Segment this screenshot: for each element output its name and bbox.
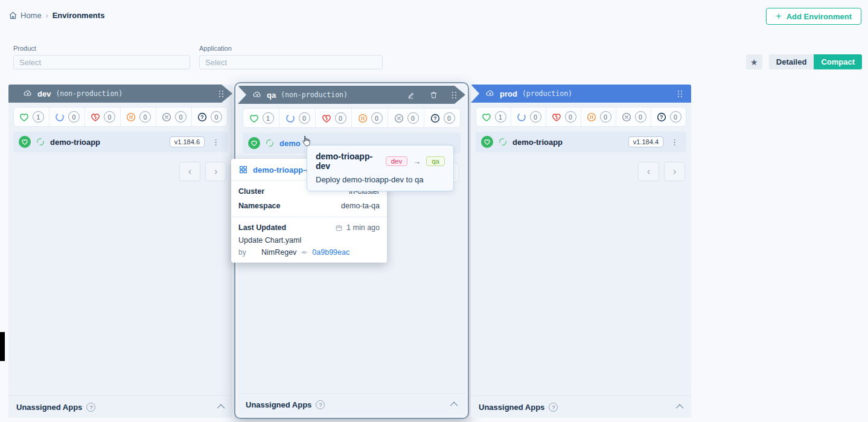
x-circle-icon bbox=[394, 113, 404, 124]
healthy-count: 1 bbox=[263, 112, 274, 124]
pause-circle-icon bbox=[357, 113, 368, 124]
app-name-link[interactable]: demo bbox=[279, 139, 301, 148]
broken-heart-icon bbox=[90, 112, 101, 123]
prod-column-header[interactable]: prod (production) bbox=[471, 85, 691, 103]
synced-status-icon bbox=[36, 137, 45, 147]
next-page-button[interactable]: › bbox=[205, 162, 226, 181]
app-link[interactable]: demo-trioapp-qa bbox=[253, 165, 315, 174]
status-unknown[interactable]: ? 0 bbox=[192, 107, 227, 126]
failed-count: 0 bbox=[635, 111, 646, 123]
collapse-chevron-icon[interactable] bbox=[217, 404, 225, 412]
drag-handle-icon[interactable] bbox=[452, 91, 457, 99]
status-suspended[interactable]: 0 bbox=[581, 107, 616, 126]
status-healthy[interactable]: 1 bbox=[14, 107, 49, 126]
status-summary-row: 1 0 0 0 0 ? 0 bbox=[13, 107, 228, 127]
unknown-count: 0 bbox=[444, 112, 455, 124]
status-failed[interactable]: 0 bbox=[156, 107, 192, 126]
unassigned-apps-label: Unassigned Apps bbox=[479, 403, 544, 412]
broken-heart-icon bbox=[551, 112, 562, 123]
qa-column-header[interactable]: qa (non-production) bbox=[238, 86, 465, 104]
status-healthy[interactable]: 1 bbox=[243, 109, 279, 127]
prev-page-button[interactable]: ‹ bbox=[638, 162, 659, 181]
breadcrumb-home-label[interactable]: Home bbox=[21, 11, 42, 20]
compact-view-button[interactable]: Compact bbox=[814, 54, 862, 69]
environment-column-prod: prod (production) 1 0 0 0 bbox=[471, 85, 691, 418]
next-page-button[interactable]: › bbox=[664, 162, 685, 181]
source-env-badge: dev bbox=[386, 156, 408, 166]
status-degraded[interactable]: 0 bbox=[546, 107, 581, 126]
degraded-count: 0 bbox=[565, 111, 576, 123]
status-degraded[interactable]: 0 bbox=[85, 107, 121, 126]
app-row[interactable]: demo-trioapp v1.184.6 ⋮ bbox=[13, 132, 228, 152]
delete-icon[interactable] bbox=[429, 91, 438, 100]
detailed-view-button[interactable]: Detailed bbox=[769, 54, 814, 69]
drag-handle-icon[interactable] bbox=[219, 90, 224, 98]
kebab-menu-icon[interactable]: ⋮ bbox=[209, 138, 222, 147]
healthy-status-icon bbox=[248, 137, 260, 149]
unknown-count: 0 bbox=[211, 111, 222, 123]
pagination: ‹ › bbox=[477, 162, 685, 181]
cloud-icon bbox=[252, 90, 262, 100]
version-badge[interactable]: v1.184.4 bbox=[628, 136, 663, 147]
question-circle-icon: ? bbox=[197, 112, 208, 123]
tooltip-app-title: demo-trioapp-dev bbox=[316, 152, 380, 171]
prev-page-button[interactable]: ‹ bbox=[179, 162, 200, 181]
status-suspended[interactable]: 0 bbox=[352, 109, 388, 127]
commit-author-row: by NimRegev 0a9b99eac bbox=[231, 247, 387, 263]
drag-handle-icon[interactable] bbox=[677, 90, 683, 98]
product-filter: Product Select bbox=[13, 45, 190, 69]
dev-column-header[interactable]: dev (non-production) bbox=[8, 85, 232, 103]
application-filter-label: Application bbox=[199, 45, 383, 52]
target-env-badge: qa bbox=[426, 156, 445, 166]
filters-row: Product Select Application Select ★ Deta… bbox=[0, 42, 868, 72]
environment-type: (non-production) bbox=[281, 91, 348, 99]
namespace-value: demo-ta-qa bbox=[341, 202, 380, 210]
status-failed[interactable]: 0 bbox=[616, 107, 651, 126]
version-badge[interactable]: v1.184.6 bbox=[170, 136, 205, 147]
breadcrumb-home-link[interactable]: Home bbox=[8, 11, 42, 20]
suspended-count: 0 bbox=[371, 112, 383, 124]
status-syncing[interactable]: 0 bbox=[279, 109, 316, 127]
status-healthy[interactable]: 1 bbox=[476, 107, 511, 126]
application-select[interactable]: Select bbox=[199, 55, 383, 69]
app-name[interactable]: demo-trioapp bbox=[50, 138, 100, 147]
broken-heart-icon bbox=[321, 113, 332, 124]
view-controls: ★ Detailed Compact bbox=[746, 54, 862, 69]
add-environment-button[interactable]: + Add Environment bbox=[766, 8, 861, 25]
status-unknown[interactable]: ? 0 bbox=[651, 107, 686, 126]
unassigned-apps-footer[interactable]: Unassigned Apps ? bbox=[471, 395, 691, 418]
svg-text:?: ? bbox=[200, 114, 203, 120]
status-syncing[interactable]: 0 bbox=[511, 107, 546, 126]
status-failed[interactable]: 0 bbox=[388, 109, 424, 127]
status-syncing[interactable]: 0 bbox=[49, 107, 85, 126]
unassigned-apps-footer[interactable]: Unassigned Apps ? bbox=[8, 395, 232, 418]
status-degraded[interactable]: 0 bbox=[316, 109, 352, 127]
view-mode-toggle: Detailed Compact bbox=[769, 54, 862, 69]
status-unknown[interactable]: ? 0 bbox=[424, 109, 460, 127]
by-label: by bbox=[238, 248, 258, 257]
synced-status-icon bbox=[265, 138, 275, 148]
favorites-filter-button[interactable]: ★ bbox=[746, 54, 762, 69]
plus-icon: + bbox=[776, 11, 781, 22]
help-icon: ? bbox=[86, 403, 95, 412]
kebab-menu-icon[interactable]: ⋮ bbox=[668, 138, 681, 147]
collapse-chevron-icon[interactable] bbox=[450, 401, 458, 409]
healthy-count: 1 bbox=[33, 111, 44, 123]
commit-hash-link[interactable]: 0a9b99eac bbox=[312, 248, 349, 257]
status-suspended[interactable]: 0 bbox=[121, 107, 156, 126]
tooltip-description: Deploy demo-trioapp-dev to qa bbox=[316, 175, 445, 184]
environment-name: prod bbox=[500, 89, 517, 98]
app-row[interactable]: demo-trioapp v1.184.4 ⋮ bbox=[476, 132, 686, 152]
edit-icon[interactable] bbox=[407, 91, 416, 100]
unassigned-apps-footer[interactable]: Unassigned Apps ? bbox=[238, 393, 465, 415]
heart-icon bbox=[481, 112, 492, 123]
healthy-status-icon bbox=[481, 136, 493, 148]
product-select[interactable]: Select bbox=[13, 55, 190, 69]
app-name[interactable]: demo-trioapp bbox=[512, 138, 563, 147]
healthy-count: 1 bbox=[495, 111, 506, 123]
sync-icon bbox=[516, 112, 527, 123]
collapse-chevron-icon[interactable] bbox=[676, 404, 684, 412]
cluster-label: Cluster bbox=[238, 187, 264, 196]
last-updated-label: Last Updated bbox=[238, 223, 286, 232]
pause-circle-icon bbox=[126, 112, 136, 123]
